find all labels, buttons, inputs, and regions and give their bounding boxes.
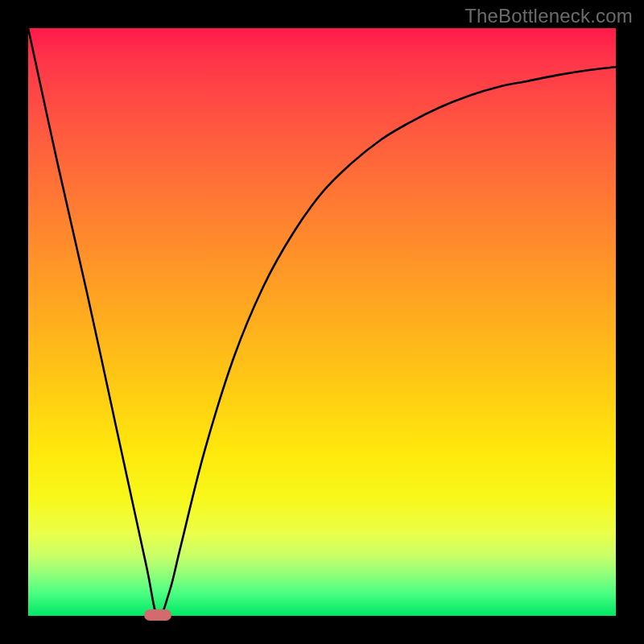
bottleneck-curve <box>28 28 616 617</box>
chart-svg <box>28 28 616 616</box>
plot-area <box>28 28 616 616</box>
chart-frame: TheBottleneck.com <box>0 0 644 644</box>
minimum-marker <box>144 609 171 621</box>
watermark-text: TheBottleneck.com <box>464 5 633 27</box>
